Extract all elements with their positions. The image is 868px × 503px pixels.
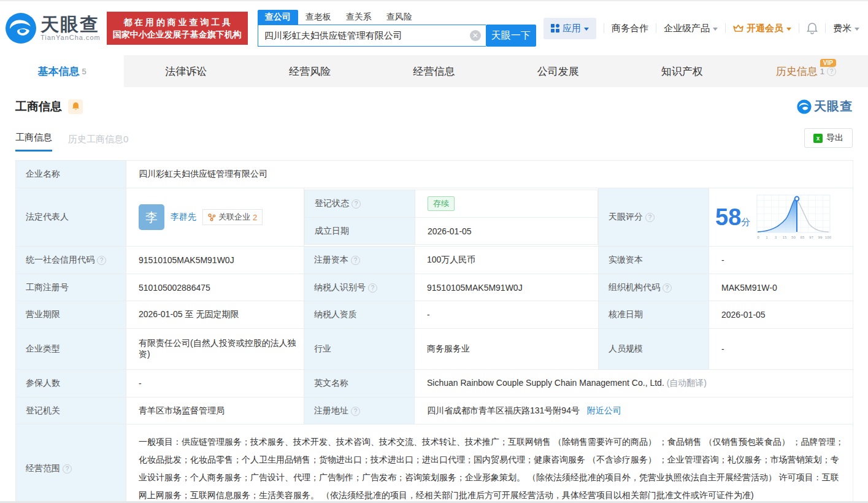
related-graph-icon	[208, 213, 216, 221]
status-badge: 存续	[428, 196, 455, 211]
svg-text:85: 85	[801, 236, 805, 239]
search-tab-relation[interactable]: 查关系	[339, 10, 379, 25]
tab-label: 历史信息	[776, 64, 818, 79]
brand-domain: TianYanCha.com	[40, 34, 101, 41]
table-row: 参保人数 - 英文名称 Sichuan Rainbow Couple Suppl…	[16, 370, 853, 397]
nav-open-vip[interactable]: 开通会员	[733, 23, 791, 34]
avatar[interactable]: 李	[139, 204, 164, 230]
section-header: 工商信息 天眼查	[15, 98, 853, 115]
nav-user-menu[interactable]: 费米	[833, 23, 859, 34]
subscribe-bell-icon[interactable]	[68, 99, 83, 114]
main-content: 工商信息 天眼查 工商信息 历史工商信息0 x 导出 企业名称	[0, 87, 868, 503]
svg-text:15: 15	[783, 236, 788, 239]
establish-date-value: 2026-01-05	[415, 218, 598, 245]
help-icon[interactable]: ?	[645, 213, 655, 222]
svg-text:50: 50	[791, 236, 796, 239]
field-label: 组织机构代码?	[599, 274, 709, 301]
nav-apps[interactable]: 应用	[543, 18, 596, 39]
search-tab-risk[interactable]: 查风险	[379, 10, 420, 25]
svg-text:97: 97	[809, 236, 814, 239]
nearby-companies-link[interactable]: 附近公司	[587, 405, 621, 415]
field-label: 注册地址?	[304, 397, 415, 424]
tab-count: 1	[820, 67, 824, 76]
subtab-history-business-info[interactable]: 历史工商信息0	[68, 134, 128, 152]
tab-history-info[interactable]: VIP 历史信息 1 ?	[744, 55, 868, 87]
score-distribution-chart: 0 1 3 15 50 85 97 99 100	[756, 193, 831, 241]
tab-operation-info[interactable]: 经营信息	[372, 55, 496, 87]
staff-size-value: -	[709, 329, 853, 370]
vip-badge: VIP	[820, 59, 836, 67]
field-label: 人员规模	[599, 329, 709, 370]
chevron-down-icon	[584, 28, 589, 31]
reg-authority-value: 青羊区市场监督管理局	[126, 397, 304, 424]
paid-capital-value: -	[709, 247, 853, 274]
score-cell: 58分	[709, 188, 853, 247]
top-header: 天眼查 TianYanCha.com 都 在 用 的 商 业 查 询 工 具 国…	[0, 1, 868, 55]
nav-business-cooperation[interactable]: 商务合作	[612, 23, 648, 34]
tab-basic-info[interactable]: 基本信息 5	[0, 55, 124, 87]
approval-date-value: 2026-01-05	[709, 301, 853, 329]
help-icon[interactable]: ?	[368, 283, 377, 293]
excel-icon: x	[813, 134, 823, 143]
taxpayer-id-value: 91510105MAK5M91W0J	[415, 274, 599, 301]
subtab-business-info[interactable]: 工商信息	[15, 132, 52, 152]
industry-value: 商务服务业	[415, 329, 599, 370]
svg-text:100: 100	[825, 236, 831, 239]
tianyancha-logo-icon	[5, 12, 37, 44]
slogan-line1: 都 在 用 的 商 业 查 询 工 具	[113, 16, 242, 28]
search-input[interactable]	[258, 25, 486, 47]
tab-label: 经营信息	[413, 64, 455, 79]
table-row: 营业期限 2026-01-05 至 无固定期限 纳税人资质 - 核准日期 202…	[16, 301, 853, 329]
tab-intellectual-property[interactable]: 知识产权	[620, 55, 744, 87]
svg-text:99: 99	[818, 236, 823, 239]
help-icon[interactable]: ?	[351, 407, 360, 416]
tianyancha-watermark-icon	[797, 99, 812, 114]
nav-enterprise-products[interactable]: 企业级产品	[664, 23, 718, 34]
company-tabbar: 基本信息 5 法律诉讼 经营风险 经营信息 公司发展 知识产权 VIP 历史信息…	[0, 55, 868, 87]
business-term-value: 2026-01-05 至 无固定期限	[126, 301, 304, 329]
slogan-line2: 国家中小企业发展子基金旗下机构	[113, 28, 242, 40]
field-label: 经营范围?	[16, 424, 126, 503]
credit-code-value: 91510105MAK5M91W0J	[126, 247, 304, 274]
related-companies-badge[interactable]: 关联企业 2	[202, 209, 263, 225]
nav-apps-label: 应用	[563, 23, 581, 34]
table-row: 登记状态? 存续	[305, 190, 598, 218]
help-icon[interactable]: ?	[97, 256, 106, 265]
chevron-down-icon	[855, 28, 859, 31]
search-area: 查公司 查老板 查关系 查风险 ✕ 天眼一下	[258, 10, 536, 47]
legal-person-link[interactable]: 李群先	[171, 212, 196, 223]
search-button[interactable]: 天眼一下	[486, 25, 536, 47]
field-label: 天眼评分?	[599, 188, 709, 247]
field-label: 企业名称	[16, 161, 126, 188]
svg-text:0: 0	[758, 236, 760, 239]
tianyancha-logo[interactable]: 天眼查 TianYanCha.com	[5, 12, 101, 44]
brand-name: 天眼查	[40, 15, 101, 34]
search-tab-company[interactable]: 查公司	[258, 10, 298, 25]
search-tabs: 查公司 查老板 查关系 查风险	[258, 10, 536, 25]
reg-address-cell: 四川省成都市青羊区福庆路131号附94号 附近公司	[415, 397, 853, 424]
notification-bell-icon[interactable]	[807, 22, 818, 34]
table-row: 成立日期 2026-01-05	[305, 218, 598, 245]
field-label: 企业类型	[16, 329, 126, 370]
tab-label: 法律诉讼	[165, 64, 207, 79]
related-label: 关联企业	[218, 212, 250, 223]
table-row: 登记机关 青羊区市场监督管理局 注册地址? 四川省成都市青羊区福庆路131号附9…	[16, 397, 853, 424]
help-icon[interactable]: ?	[351, 256, 360, 265]
english-name-cell: Sichuan Rainbow Couple Supply Chain Mana…	[415, 370, 853, 397]
clear-search-icon[interactable]: ✕	[470, 30, 481, 41]
help-icon[interactable]: ?	[63, 464, 72, 474]
tab-operation-risk[interactable]: 经营风险	[248, 55, 372, 87]
svg-text:3: 3	[775, 236, 777, 239]
search-box: ✕ 天眼一下	[258, 25, 536, 47]
header-nav: 应用 商务合作 企业级产品 开通会员 费米	[543, 18, 859, 39]
help-icon[interactable]: ?	[827, 67, 836, 76]
export-button[interactable]: x 导出	[804, 128, 853, 148]
nav-enterprise-label: 企业级产品	[664, 23, 710, 34]
table-row: 经营范围? 一般项目：供应链管理服务；技术服务、技术开发、技术咨询、技术交流、技…	[16, 424, 853, 503]
search-tab-boss[interactable]: 查老板	[298, 10, 339, 25]
legal-representative-cell: 李 李群先 关联企业 2	[126, 188, 304, 247]
tab-legal-litigation[interactable]: 法律诉讼	[124, 55, 248, 87]
help-icon[interactable]: ?	[663, 283, 672, 293]
tab-company-development[interactable]: 公司发展	[496, 55, 620, 87]
help-icon[interactable]: ?	[351, 199, 361, 209]
